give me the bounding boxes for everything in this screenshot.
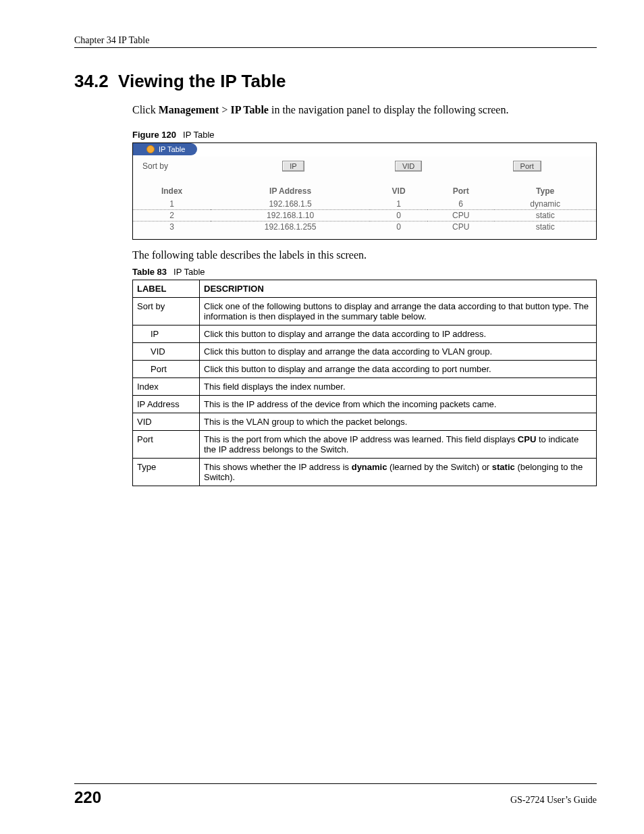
table-name: IP Table (173, 267, 205, 277)
desc-head-description: DESCRIPTION (200, 280, 597, 298)
desc-row-port: Port This is the port from which the abo… (133, 431, 597, 459)
page: Chapter 34 IP Table 34.2 Viewing the IP … (0, 0, 644, 834)
desc-label: Type (133, 459, 200, 486)
ip-table-grid: Index IP Address VID Port Type 1 192.168… (133, 185, 596, 232)
desc-label: VID (133, 343, 200, 361)
desc-row-index: Index This field displays the index numb… (133, 378, 597, 396)
table-number: Table 83 (132, 267, 167, 277)
panel-tab-ip-table[interactable]: IP Table (133, 143, 197, 155)
section-body: Click Management > IP Table in the navig… (132, 104, 597, 486)
desc-row-type: Type This shows whether the IP address i… (133, 459, 597, 486)
desc-label: Port (133, 431, 200, 459)
running-header: Chapter 34 IP Table (74, 35, 597, 48)
col-index: Index (133, 185, 211, 199)
section-number: 34.2 (74, 71, 109, 91)
sort-vid-button[interactable]: VID (395, 161, 422, 172)
desc-row-vid: VID Click this button to display and arr… (133, 343, 597, 361)
guide-title: GS-2724 User’s Guide (510, 795, 597, 806)
desc-row-port-btn: Port Click this button to display and ar… (133, 361, 597, 378)
table-row: 1 192.168.1.5 1 6 dynamic (133, 199, 596, 210)
sort-port-button[interactable]: Port (513, 161, 541, 172)
col-type: Type (494, 185, 596, 199)
section-heading: 34.2 Viewing the IP Table (74, 71, 597, 92)
table-row: 3 192.168.1.255 0 CPU static (133, 221, 596, 233)
desc-intro-paragraph: The following table describes the labels… (132, 249, 597, 261)
page-number: 220 (74, 788, 101, 807)
desc-row-ipaddress: IP Address This is the IP address of the… (133, 396, 597, 413)
desc-text: This is the port from which the above IP… (200, 431, 597, 459)
desc-row-vid2: VID This is the VLAN group to which the … (133, 413, 597, 431)
desc-row-ip: IP Click this button to display and arra… (133, 325, 597, 343)
sort-by-label: Sort by (142, 161, 237, 171)
desc-text: This field displays the index number. (200, 378, 597, 396)
nav-management: Management (159, 104, 219, 115)
panel-tab-label: IP Table (159, 145, 185, 154)
desc-label: Sort by (133, 298, 200, 325)
desc-text: This shows whether the IP address is dyn… (200, 459, 597, 486)
desc-label: IP Address (133, 396, 200, 413)
desc-text: Click this button to display and arrange… (200, 343, 597, 361)
desc-head-label: LABEL (133, 280, 200, 298)
desc-label: Index (133, 378, 200, 396)
desc-text: Click one of the following buttons to di… (200, 298, 597, 325)
sort-ip-button[interactable]: IP (282, 161, 304, 172)
desc-label: IP (133, 325, 200, 343)
desc-text: Click this button to display and arrange… (200, 325, 597, 343)
desc-text: This is the IP address of the device fro… (200, 396, 597, 413)
desc-text: This is the VLAN group to which the pack… (200, 413, 597, 431)
intro-paragraph: Click Management > IP Table in the navig… (132, 104, 597, 116)
nav-ip-table: IP Table (230, 104, 268, 115)
col-port: Port (427, 185, 494, 199)
panel-tab-row: IP Table (133, 143, 596, 157)
section-title: Viewing the IP Table (118, 71, 286, 91)
table-row: 2 192.168.1.10 0 CPU static (133, 210, 596, 221)
tab-bullet-icon (146, 145, 155, 153)
description-table: LABEL DESCRIPTION Sort by Click one of t… (132, 280, 597, 486)
figure-number: Figure 120 (132, 130, 176, 140)
figure-caption: Figure 120IP Table (132, 130, 597, 140)
desc-row-sortby: Sort by Click one of the following butto… (133, 298, 597, 325)
col-ip-address: IP Address (211, 185, 370, 199)
ip-table-header-row: Index IP Address VID Port Type (133, 185, 596, 199)
desc-text: Click this button to display and arrange… (200, 361, 597, 378)
figure-name: IP Table (183, 130, 215, 140)
page-footer: 220 GS-2724 User’s Guide (74, 783, 597, 807)
sort-row: Sort by IP VID Port (133, 157, 596, 174)
figure-ip-table-screenshot: IP Table Sort by IP VID Port Index IP Ad… (132, 142, 597, 240)
table-caption: Table 83IP Table (132, 267, 597, 277)
sort-buttons-group: IP VID Port (237, 161, 587, 172)
desc-label: Port (133, 361, 200, 378)
desc-label: VID (133, 413, 200, 431)
col-vid: VID (370, 185, 427, 199)
